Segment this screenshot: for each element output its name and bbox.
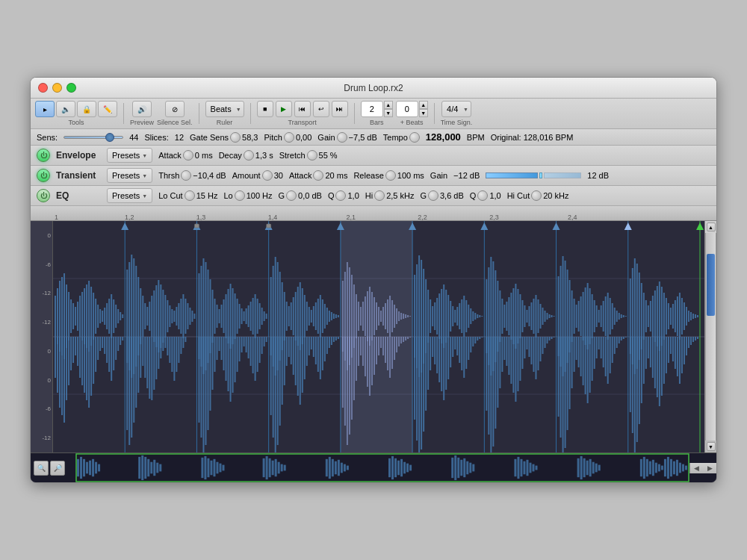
svg-rect-499 — [542, 337, 544, 354]
svg-rect-426 — [374, 337, 375, 375]
release-knob[interactable] — [385, 170, 396, 181]
eq-power-button[interactable]: ⏻ — [37, 189, 50, 202]
divider-3 — [250, 103, 251, 124]
svg-rect-610 — [284, 465, 286, 471]
bars-up[interactable]: ▲ — [384, 101, 393, 109]
svg-rect-524 — [601, 337, 602, 358]
svg-rect-148 — [367, 291, 368, 341]
eq-g2-knob[interactable] — [428, 190, 438, 201]
stretch-knob[interactable] — [307, 150, 317, 161]
svg-rect-399 — [311, 337, 312, 349]
nav-left-button[interactable]: ◀ — [692, 463, 702, 473]
svg-rect-210 — [510, 293, 512, 340]
svg-rect-533 — [621, 337, 622, 340]
sens-thumb[interactable] — [105, 133, 114, 142]
svg-rect-241 — [583, 292, 584, 340]
svg-rect-418 — [356, 337, 357, 381]
speaker-button[interactable]: 🔈 — [56, 101, 75, 117]
maximize-button[interactable] — [66, 83, 76, 93]
return-button[interactable]: ↩ — [313, 101, 329, 117]
svg-rect-666 — [685, 466, 687, 470]
sens-slider[interactable] — [63, 136, 123, 139]
envelope-power-button[interactable]: ⏻ — [37, 149, 50, 162]
t-attack-knob[interactable] — [313, 170, 323, 181]
svg-rect-381 — [270, 337, 272, 415]
transient-presets-button[interactable]: Presets — [107, 168, 152, 183]
svg-rect-205 — [499, 290, 500, 342]
svg-rect-422 — [365, 337, 366, 376]
lo-cut-knob[interactable] — [185, 190, 195, 201]
nav-right-button[interactable]: ▶ — [704, 463, 715, 473]
lock-button[interactable]: 🔒 — [77, 101, 96, 117]
attack-value: 0 ms — [195, 151, 213, 160]
beats-up[interactable]: ▲ — [419, 101, 428, 109]
ruler-selector[interactable]: Beats — [205, 101, 244, 117]
thrsh-knob[interactable] — [181, 170, 191, 181]
gate-knob[interactable] — [230, 132, 241, 143]
eq-hi-knob[interactable] — [374, 190, 385, 201]
attack-knob[interactable] — [183, 150, 193, 161]
svg-marker-575 — [696, 223, 704, 230]
svg-rect-33 — [99, 309, 101, 323]
beats-down[interactable]: ▼ — [419, 109, 428, 117]
svg-rect-206 — [501, 299, 503, 334]
bars-down[interactable]: ▼ — [384, 109, 393, 117]
svg-marker-572 — [480, 223, 488, 230]
eq-q2-value: 1,0 — [489, 191, 500, 200]
zoom-in-button[interactable]: 🔍 — [34, 461, 49, 476]
svg-rect-283 — [679, 293, 681, 340]
y-minus12-2: -12 — [42, 319, 51, 326]
transient-power-button[interactable]: ⏻ — [37, 169, 50, 182]
beats-value[interactable]: 0 — [396, 101, 418, 117]
svg-rect-225 — [545, 311, 546, 322]
svg-rect-39 — [113, 299, 114, 333]
silence-button[interactable]: ⊘ — [165, 101, 185, 117]
close-button[interactable] — [38, 83, 48, 93]
zoom-out-button[interactable]: 🔎 — [50, 461, 65, 476]
envelope-presets-button[interactable]: Presets — [107, 148, 152, 163]
svg-rect-628 — [454, 455, 456, 480]
svg-rect-253 — [610, 298, 611, 335]
hi-cut-knob[interactable] — [531, 190, 542, 201]
svg-rect-581 — [83, 459, 85, 476]
amount-knob[interactable] — [262, 170, 273, 181]
time-sign-selector[interactable]: 4/4 — [441, 101, 471, 117]
svg-rect-489 — [519, 337, 521, 381]
svg-rect-485 — [510, 337, 512, 384]
svg-rect-14 — [57, 288, 58, 344]
svg-rect-191 — [465, 300, 467, 332]
eq-presets-button[interactable]: Presets — [107, 188, 152, 203]
svg-rect-503 — [551, 337, 553, 339]
rewind-button[interactable]: ⏮ — [294, 101, 311, 117]
svg-rect-454 — [438, 337, 440, 382]
scroll-thumb[interactable] — [707, 254, 715, 316]
svg-rect-517 — [585, 337, 586, 394]
stop-button[interactable]: ■ — [257, 101, 273, 117]
forward-button[interactable]: ⏭ — [332, 101, 348, 117]
gain-knob[interactable] — [337, 132, 347, 143]
cursor-tool-button[interactable]: ▸ — [35, 101, 55, 117]
eq-q-knob[interactable] — [335, 190, 346, 201]
overview-waveform[interactable] — [75, 453, 689, 482]
scroll-up-button[interactable]: ▲ — [707, 223, 716, 231]
pencil-button[interactable]: ✏️ — [98, 101, 117, 117]
vertical-scrollbar[interactable]: ▲ ▼ — [704, 221, 716, 452]
gate-sens-group: Gate Sens 58,3 — [190, 132, 258, 143]
gate-label: Gate Sens — [190, 133, 229, 142]
lo-knob[interactable] — [235, 190, 245, 201]
eq-q2-knob[interactable] — [477, 190, 488, 201]
tempo-knob[interactable] — [409, 132, 420, 143]
minimize-button[interactable] — [52, 83, 62, 93]
svg-rect-623 — [400, 459, 403, 476]
lo-cut-group: Lo Cut 15 Hz — [158, 190, 217, 201]
svg-rect-101 — [257, 299, 258, 334]
bars-value[interactable]: 2 — [361, 101, 383, 117]
preview-button[interactable]: 🔊 — [132, 101, 152, 117]
svg-rect-590 — [147, 459, 149, 476]
eq-g-knob[interactable] — [286, 190, 297, 201]
play-button[interactable]: ▶ — [276, 101, 292, 117]
pitch-knob[interactable] — [284, 132, 294, 143]
decay-knob[interactable] — [244, 150, 254, 161]
scroll-down-button[interactable]: ▼ — [707, 442, 716, 451]
waveform-canvas[interactable] — [53, 221, 704, 452]
